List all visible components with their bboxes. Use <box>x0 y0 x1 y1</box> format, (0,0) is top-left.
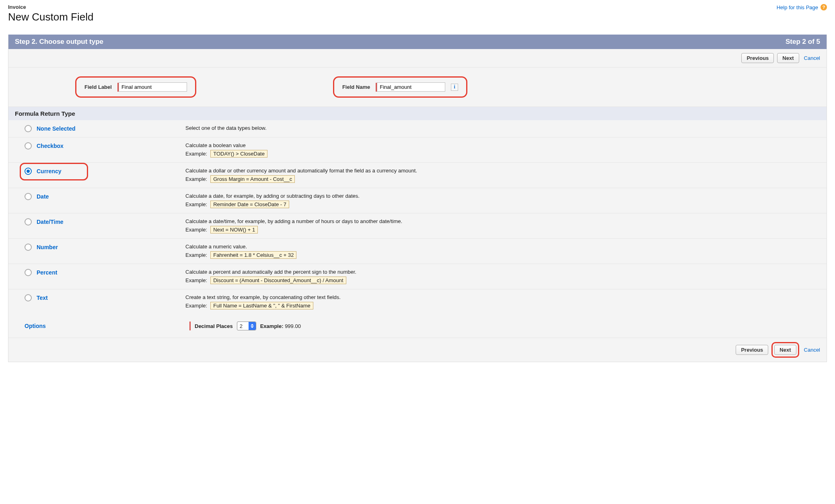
previous-button-top[interactable]: Previous <box>741 53 774 63</box>
radio-datetime-label[interactable]: Date/Time <box>37 219 64 225</box>
step-title: Step 2. Choose output type <box>15 38 103 46</box>
radio-currency[interactable] <box>25 168 32 175</box>
previous-button-bottom[interactable]: Previous <box>736 345 768 355</box>
decimal-places-select[interactable]: 2 <box>237 322 256 330</box>
radio-currency-label[interactable]: Currency <box>37 168 61 174</box>
cancel-link-bottom[interactable]: Cancel <box>802 347 820 353</box>
radio-datetime[interactable] <box>25 218 32 225</box>
radio-number-desc: Calculate a numeric value. <box>185 244 820 250</box>
radio-currency-desc: Calculate a dollar or other currency amo… <box>185 168 820 174</box>
next-button-top[interactable]: Next <box>777 53 799 63</box>
decimal-places-value: 2 <box>237 323 243 329</box>
radio-text-label[interactable]: Text <box>37 295 48 301</box>
example-label: Example: <box>185 151 207 157</box>
field-name-label: Field Name <box>342 84 370 90</box>
highlight-frame-icon: Next <box>771 342 799 358</box>
example-code-checkbox: TODAY() > CloseDate <box>210 150 267 158</box>
radio-none[interactable] <box>25 125 32 132</box>
example-label: Example: <box>185 303 207 309</box>
breadcrumb: Invoice <box>8 4 93 10</box>
radio-percent-label[interactable]: Percent <box>37 269 57 276</box>
field-name-input[interactable] <box>377 82 445 92</box>
radio-text[interactable] <box>25 294 32 301</box>
radio-datetime-desc: Calculate a date/time, for example, by a… <box>185 218 820 224</box>
info-icon[interactable]: i <box>451 84 458 91</box>
example-code-date: Reminder Date = CloseDate - 7 <box>210 201 289 208</box>
example-label: Example: <box>185 201 207 207</box>
example-label: Example: <box>185 252 207 258</box>
radio-number-label[interactable]: Number <box>37 244 58 250</box>
example-label: Example: <box>185 277 207 283</box>
radio-checkbox[interactable] <box>25 142 32 150</box>
decimal-places-label: Decimal Places <box>195 323 233 329</box>
step-counter: Step 2 of 5 <box>786 38 820 46</box>
example-code-percent: Discount = (Amount - Discounted_Amount__… <box>210 277 346 284</box>
example-code-datetime: Next = NOW() + 1 <box>210 226 258 234</box>
example-code-currency: Gross Margin = Amount - Cost__c <box>210 175 295 183</box>
radio-none-label[interactable]: None Selected <box>37 125 75 132</box>
radio-date-desc: Calculate a date, for example, by adding… <box>185 193 820 199</box>
radio-checkbox-label[interactable]: Checkbox <box>37 143 64 149</box>
section-header: Formula Return Type <box>8 107 827 120</box>
example-code-text: Full Name = LastName & ", " & FirstName <box>210 302 313 309</box>
radio-date[interactable] <box>25 193 32 200</box>
radio-text-desc: Create a text string, for example, by co… <box>185 294 820 300</box>
field-label-input[interactable] <box>119 82 187 92</box>
radio-percent-desc: Calculate a percent and automatically ad… <box>185 269 820 275</box>
next-button-bottom[interactable]: Next <box>774 345 796 355</box>
radio-percent[interactable] <box>25 269 32 276</box>
help-link-label: Help for this Page <box>777 4 818 10</box>
radio-number[interactable] <box>25 244 32 251</box>
example-code-number: Fahrenheit = 1.8 * Celsius__c + 32 <box>210 251 296 259</box>
page-title: New Custom Field <box>8 11 93 23</box>
radio-date-label[interactable]: Date <box>37 193 49 200</box>
field-name-group: Field Name i <box>333 76 467 98</box>
field-label-label: Field Label <box>84 84 112 90</box>
required-indicator-icon <box>189 322 191 330</box>
help-for-page-link[interactable]: Help for this Page ? <box>777 4 827 10</box>
cancel-link-top[interactable]: Cancel <box>802 55 820 61</box>
radio-checkbox-desc: Calculate a boolean value <box>185 142 820 148</box>
decimal-example: Example: 999.00 <box>260 323 301 329</box>
example-label: Example: <box>185 227 207 233</box>
radio-none-desc: Select one of the data types below. <box>185 125 820 131</box>
example-label: Example: <box>185 176 207 182</box>
field-label-group: Field Label <box>75 76 196 98</box>
help-icon: ? <box>821 4 827 10</box>
options-label: Options <box>25 323 185 329</box>
stepper-icon <box>249 322 256 330</box>
